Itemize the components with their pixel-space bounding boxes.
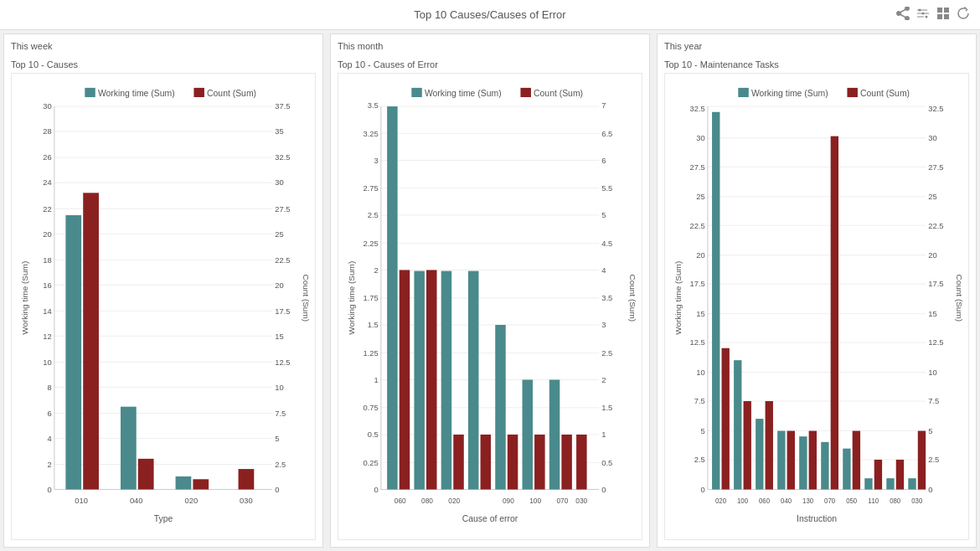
svg-text:25: 25 [275,229,283,238]
panels-row: This week Top 10 - Causes Working time (… [0,30,980,551]
svg-rect-210 [809,431,817,490]
chart-section-causes-error: Top 10 - Causes of Error Working time (S… [338,59,642,540]
svg-rect-135 [495,325,505,490]
svg-rect-225 [918,431,926,490]
chart-wrapper-causes-error: Working time (Sum) Count (Sum) 0 0.25 0.… [338,73,642,540]
svg-text:14: 14 [43,306,52,315]
svg-text:Working time (Sum): Working time (Sum) [673,261,683,335]
svg-text:6: 6 [601,156,606,165]
svg-rect-125 [400,270,410,489]
svg-rect-218 [864,478,872,489]
svg-text:15: 15 [275,331,283,340]
svg-text:6: 6 [48,408,52,417]
svg-rect-215 [843,449,850,490]
svg-text:5: 5 [928,426,932,435]
svg-text:1.75: 1.75 [364,293,379,302]
period-this-month: This month [338,41,642,54]
svg-rect-73 [520,88,530,97]
svg-text:090: 090 [503,497,514,505]
svg-text:Working time (Sum): Working time (Sum) [347,261,356,335]
svg-text:2: 2 [48,460,52,469]
bar-count-030 [239,469,255,489]
svg-text:28: 28 [43,126,51,136]
svg-text:3.5: 3.5 [601,293,612,302]
svg-text:30: 30 [928,133,936,142]
svg-rect-201 [744,401,751,489]
svg-text:2.5: 2.5 [694,455,705,464]
svg-rect-138 [523,379,533,489]
svg-text:20: 20 [275,280,283,289]
svg-rect-136 [508,435,518,490]
svg-rect-141 [549,379,560,489]
svg-text:7.5: 7.5 [928,396,939,405]
svg-text:30: 30 [275,178,283,187]
svg-text:040: 040 [130,496,143,505]
svg-text:35: 35 [275,126,283,136]
svg-rect-219 [874,460,882,490]
filter-icon[interactable] [916,7,930,23]
panel-this-year: This year Top 10 - Maintenance Tasks Wor… [657,33,977,548]
svg-rect-203 [756,419,763,489]
svg-rect-197 [712,112,720,490]
svg-text:32.5: 32.5 [275,152,290,162]
header: Top 10 Causes/Causes of Error [0,0,980,30]
svg-text:7: 7 [601,100,606,110]
svg-text:0: 0 [928,485,932,494]
chart-svg-causes-error: Working time (Sum) Count (Sum) 0 0.25 0.… [342,80,638,536]
svg-text:26: 26 [43,152,51,162]
svg-rect-10 [85,88,95,97]
svg-text:080: 080 [890,497,901,505]
svg-text:0: 0 [701,485,705,494]
svg-text:040: 040 [781,497,792,505]
svg-text:050: 050 [846,497,858,505]
svg-text:15: 15 [928,309,936,318]
chart-section-maintenance: Top 10 - Maintenance Tasks Working time … [664,59,969,540]
svg-rect-131 [453,435,463,490]
svg-text:27.5: 27.5 [275,203,290,213]
svg-text:3.5: 3.5 [368,100,379,110]
svg-text:20: 20 [928,250,936,260]
grid-icon[interactable] [936,7,950,23]
svg-text:110: 110 [868,497,879,505]
bar-count-020 [193,479,209,489]
svg-text:2.25: 2.25 [364,238,379,247]
svg-rect-221 [886,478,894,489]
svg-text:30: 30 [43,101,51,111]
svg-text:010: 010 [75,496,88,505]
svg-rect-198 [722,348,730,490]
svg-text:15: 15 [696,309,704,318]
svg-text:4: 4 [601,265,606,275]
svg-text:22.5: 22.5 [928,220,943,229]
svg-text:6.5: 6.5 [601,128,612,137]
svg-text:1.25: 1.25 [364,348,379,357]
svg-text:030: 030 [575,497,587,505]
svg-text:0: 0 [275,485,279,494]
svg-text:0.5: 0.5 [368,430,379,439]
svg-text:100: 100 [529,497,541,505]
svg-text:020: 020 [185,496,199,505]
share-icon[interactable] [896,7,910,23]
svg-rect-124 [387,106,397,489]
svg-text:10: 10 [43,357,51,366]
svg-text:10: 10 [928,368,936,377]
svg-text:060: 060 [759,497,771,505]
svg-text:Working time (Sum): Working time (Sum) [751,88,828,98]
svg-text:060: 060 [395,497,406,505]
svg-rect-130 [441,271,451,490]
svg-rect-224 [908,478,916,489]
svg-text:Count (Sum): Count (Sum) [302,275,311,322]
svg-text:130: 130 [802,497,814,505]
svg-text:5.5: 5.5 [601,183,612,193]
svg-rect-149 [847,88,857,97]
svg-text:32.5: 32.5 [690,103,705,112]
svg-text:100: 100 [737,497,749,505]
svg-text:12.5: 12.5 [928,337,943,347]
svg-text:0: 0 [374,485,379,494]
chart-title-maintenance: Top 10 - Maintenance Tasks [664,59,969,70]
svg-rect-216 [853,431,860,490]
svg-rect-213 [831,136,838,490]
svg-text:0: 0 [48,485,52,494]
svg-rect-8 [937,14,942,19]
refresh-icon[interactable] [957,7,970,23]
svg-text:Working time (Sum): Working time (Sum) [20,261,29,335]
